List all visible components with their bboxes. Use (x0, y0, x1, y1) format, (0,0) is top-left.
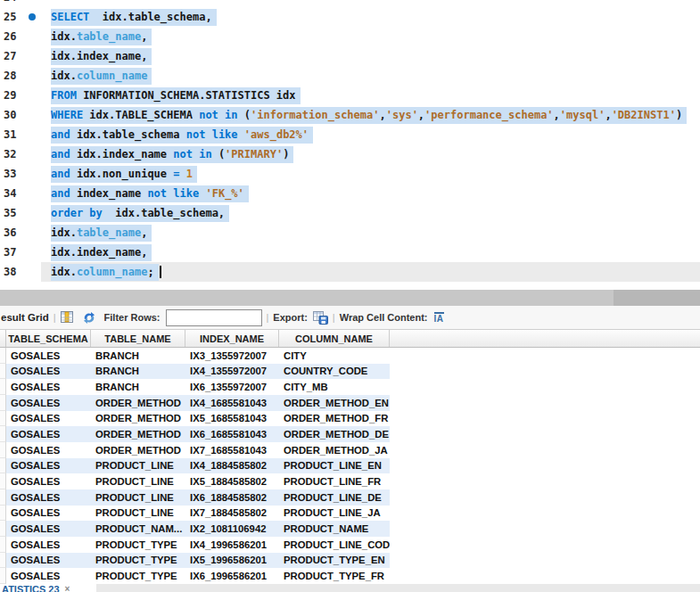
table-cell[interactable]: IX3_1355972007 (185, 348, 279, 364)
table-cell[interactable]: PRODUCT_LINE (91, 489, 185, 506)
table-row[interactable]: GOSALESORDER_METHODIX4_1685581043ORDER_M… (0, 395, 700, 411)
table-cell[interactable]: GOSALES (6, 521, 91, 537)
table-row[interactable]: GOSALESPRODUCT_NAM...IX2_1081106942PRODU… (0, 521, 700, 537)
table-cell[interactable]: GOSALES (6, 395, 91, 411)
table-cell[interactable]: GOSALES (6, 379, 91, 395)
editor-line[interactable]: 33and idx.non_unique = 1 (0, 164, 700, 184)
table-row[interactable]: GOSALESPRODUCT_LINEIX7_1884585802PRODUCT… (0, 506, 700, 522)
filter-rows-input[interactable] (166, 309, 262, 326)
table-row[interactable]: GOSALESPRODUCT_LINEIX4_1884585802PRODUCT… (0, 458, 700, 474)
table-cell[interactable]: GOSALES (6, 411, 91, 427)
table-cell[interactable]: COUNTRY_CODE (279, 364, 390, 380)
editor-line[interactable]: 29FROM INFORMATION_SCHEMA.STATISTICS idx (0, 86, 700, 105)
column-header-index_name[interactable]: INDEX_NAME (185, 330, 279, 347)
table-row[interactable]: GOSALESBRANCHIX3_1355972007CITY (0, 348, 700, 364)
code-text[interactable]: SELECT idx.table_schema, (41, 7, 700, 27)
editor-line[interactable]: 25SELECT idx.table_schema, (0, 7, 700, 27)
editor-line[interactable]: 28idx.column_name (0, 66, 700, 86)
table-cell[interactable]: IX4_1884585802 (185, 458, 279, 474)
table-cell[interactable]: GOSALES (6, 506, 91, 522)
code-text[interactable]: FROM INFORMATION_SCHEMA.STATISTICS idx (41, 86, 700, 105)
table-cell[interactable]: IX6_1884585802 (185, 489, 279, 506)
table-cell[interactable]: GOSALES (6, 568, 91, 584)
table-cell[interactable]: GOSALES (6, 426, 91, 442)
table-cell[interactable]: GOSALES (6, 473, 91, 489)
table-row[interactable]: GOSALESPRODUCT_TYPEIX6_1996586201PRODUCT… (0, 568, 700, 584)
row-selector[interactable] (0, 395, 6, 411)
table-cell[interactable]: BRANCH (91, 379, 185, 395)
table-row[interactable]: GOSALESPRODUCT_TYPEIX5_1996586201PRODUCT… (0, 553, 700, 569)
row-selector[interactable] (0, 506, 6, 522)
table-cell[interactable]: PRODUCT_TYPE (91, 568, 185, 584)
code-text[interactable]: and idx.index_name not in ('PRIMARY') (41, 144, 700, 164)
table-cell[interactable]: CITY (279, 348, 390, 364)
row-selector[interactable] (0, 458, 6, 474)
code-text[interactable]: and idx.non_unique = 1 (41, 164, 700, 184)
table-cell[interactable]: ORDER_METHOD_DE (279, 426, 390, 442)
editor-line[interactable]: 35order by idx.table_schema, (0, 203, 700, 223)
row-selector[interactable] (0, 442, 6, 458)
table-cell[interactable]: PRODUCT_LINE (91, 506, 185, 522)
column-header-table_name[interactable]: TABLE_NAME (91, 330, 185, 347)
row-selector[interactable] (0, 489, 6, 506)
table-cell[interactable]: IX5_1685581043 (185, 411, 279, 427)
table-cell[interactable]: IX6_1996586201 (185, 568, 279, 584)
table-cell[interactable]: IX4_1685581043 (185, 395, 279, 411)
table-cell[interactable]: PRODUCT_TYPE_FR (279, 568, 390, 584)
table-cell[interactable]: GOSALES (6, 537, 91, 553)
editor-line[interactable]: 24 (0, 0, 700, 7)
code-text[interactable]: idx.table_name, (41, 27, 700, 46)
table-cell[interactable]: PRODUCT_TYPE (91, 553, 185, 569)
wrap-cell-icon[interactable]: IA (434, 312, 444, 324)
table-cell[interactable]: ORDER_METHOD_FR (279, 411, 390, 427)
refresh-icon[interactable] (83, 312, 95, 324)
table-cell[interactable]: PRODUCT_LINE_FR (279, 473, 390, 489)
table-cell[interactable]: GOSALES (6, 458, 91, 474)
table-row[interactable]: GOSALESBRANCHIX6_1355972007CITY_MB (0, 379, 700, 395)
table-cell[interactable]: IX2_1081106942 (185, 521, 279, 537)
row-selector[interactable] (0, 568, 6, 584)
table-cell[interactable]: IX4_1996586201 (185, 537, 279, 553)
code-text[interactable]: and index_name not like 'FK_%' (41, 184, 700, 203)
editor-line[interactable]: 31and idx.table_schema not like 'aws_db2… (0, 125, 700, 144)
table-cell[interactable]: IX7_1884585802 (185, 506, 279, 522)
table-cell[interactable]: ORDER_METHOD (91, 395, 185, 411)
table-row[interactable]: GOSALESORDER_METHODIX5_1685581043ORDER_M… (0, 411, 700, 427)
table-cell[interactable]: GOSALES (6, 553, 91, 569)
editor-line[interactable]: 27idx.index_name, (0, 46, 700, 66)
row-selector[interactable] (0, 411, 6, 427)
table-row[interactable]: GOSALESBRANCHIX4_1355972007COUNTRY_CODE (0, 364, 700, 380)
table-cell[interactable]: BRANCH (91, 364, 185, 380)
table-cell[interactable]: IX6_1685581043 (185, 426, 279, 442)
sql-editor[interactable]: 2425SELECT idx.table_schema,26idx.table_… (0, 0, 700, 290)
table-cell[interactable]: PRODUCT_LINE_CODE (279, 537, 390, 553)
table-cell[interactable]: ORDER_METHOD (91, 442, 185, 458)
table-cell[interactable]: IX5_1884585802 (185, 473, 279, 489)
table-cell[interactable]: IX4_1355972007 (185, 364, 279, 380)
table-cell[interactable]: IX7_1685581043 (185, 442, 279, 458)
table-cell[interactable]: GOSALES (6, 489, 91, 506)
row-selector-gutter[interactable] (0, 330, 6, 347)
table-cell[interactable]: ORDER_METHOD_EN (279, 395, 390, 411)
code-text[interactable]: idx.column_name (41, 66, 700, 86)
editor-line[interactable]: 38idx.column_name; (0, 262, 700, 282)
table-cell[interactable]: PRODUCT_LINE (91, 473, 185, 489)
table-cell[interactable]: GOSALES (6, 364, 91, 380)
row-selector[interactable] (0, 473, 6, 489)
code-text[interactable] (41, 0, 700, 7)
table-row[interactable]: GOSALESORDER_METHODIX6_1685581043ORDER_M… (0, 426, 700, 442)
editor-line[interactable]: 26idx.table_name, (0, 27, 700, 46)
table-row[interactable]: GOSALESORDER_METHODIX7_1685581043ORDER_M… (0, 442, 700, 458)
table-cell[interactable]: ORDER_METHOD_JA (279, 442, 390, 458)
table-cell[interactable]: PRODUCT_NAME (279, 521, 390, 537)
code-text[interactable]: idx.table_name, (41, 223, 700, 243)
table-cell[interactable]: PRODUCT_NAM... (91, 521, 185, 537)
table-cell[interactable]: PRODUCT_LINE_EN (279, 458, 390, 474)
table-row[interactable]: GOSALESPRODUCT_LINEIX6_1884585802PRODUCT… (0, 489, 700, 506)
row-selector[interactable] (0, 521, 6, 537)
row-selector[interactable] (0, 553, 6, 569)
table-cell[interactable]: IX5_1996586201 (185, 553, 279, 569)
code-text[interactable]: idx.column_name; (41, 262, 700, 282)
code-text[interactable]: order by idx.table_schema, (41, 203, 700, 223)
column-header-column_name[interactable]: COLUMN_NAME (279, 330, 390, 347)
